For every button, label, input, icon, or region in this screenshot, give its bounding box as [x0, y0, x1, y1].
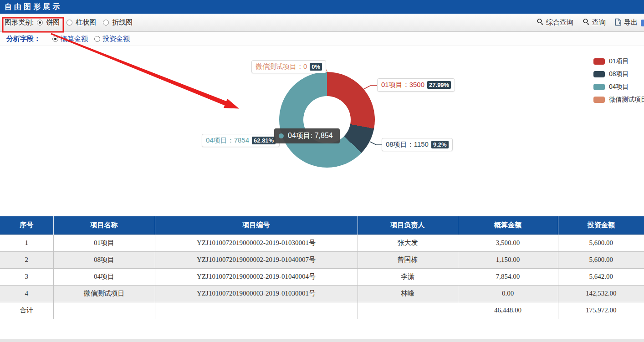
chart-legend: 01项目08项目04项目微信测试项目 [593, 57, 644, 108]
radio-investment-amount[interactable] [94, 36, 100, 42]
pie-label-text: 08项目：1150 [386, 140, 429, 149]
pie-label-project-04: 04项目：7854 62.81% [202, 134, 280, 147]
radio-investment-amount-label[interactable]: 投资金额 [102, 35, 130, 43]
export-label: 导出 [624, 18, 638, 27]
chart-type-group: 图形类别: 饼图 柱状图 折线图 [5, 18, 136, 27]
table-cell: YZJ1010072019000002-2019-01030001号 [155, 235, 358, 251]
tooltip-text: 04项目: 7,854 [288, 131, 333, 141]
pie-chart-area: 微信测试项目：0 0% 01项目：3500 27.99% 08项目：1150 9… [0, 46, 644, 216]
table-cell: 李潇 [358, 268, 458, 285]
table-total-row: 合计46,448.00175,972.00 [0, 302, 644, 319]
legend-label: 微信测试项目 [609, 96, 644, 104]
table-cell: YZJ1010072019000002-2019-01040004号 [155, 268, 358, 285]
legend-swatch [593, 97, 605, 103]
toolbar-actions: 综合查询 查询 导出 [537, 18, 638, 27]
table-cell: 1 [0, 235, 53, 251]
column-header: 概算金额 [458, 216, 558, 235]
legend-label: 04项目 [609, 83, 629, 91]
table-cell: YZJ1010072019000003-2019-01030001号 [155, 285, 358, 302]
pie-label-text: 01项目：3500 [381, 81, 424, 89]
column-header: 序号 [0, 216, 53, 235]
table-cell [358, 302, 458, 319]
table-row: 4微信测试项目YZJ1010072019000003-2019-01030001… [0, 285, 644, 302]
table-cell: 曾国栋 [358, 251, 458, 268]
query-label: 查询 [592, 18, 606, 27]
legend-item[interactable]: 08项目 [593, 70, 644, 78]
table-cell: 46,448.00 [458, 302, 558, 319]
radio-estimate-amount-label[interactable]: 概算金额 [61, 35, 88, 43]
pie-label-project-01: 01项目：3500 27.99% [377, 78, 455, 92]
table-cell: 0.00 [458, 285, 558, 302]
legend-item[interactable]: 微信测试项目 [593, 96, 644, 104]
search-icon [537, 18, 544, 27]
combined-query-button[interactable]: 综合查询 [537, 18, 573, 27]
pie-label-text: 微信测试项目：0 [256, 62, 307, 71]
table-cell: 4 [0, 285, 53, 302]
toolbar: 图形类别: 饼图 柱状图 折线图 综合查询 查询 导出 [0, 14, 644, 32]
tooltip-series-dot [279, 133, 284, 138]
legend-item[interactable]: 01项目 [593, 57, 644, 66]
table-cell: 林峰 [358, 285, 458, 302]
table-body: 101项目YZJ1010072019000002-2019-01030001号张… [0, 235, 644, 319]
combined-query-label: 综合查询 [546, 18, 573, 27]
chart-type-label: 图形类别: [5, 18, 34, 27]
table-row: 304项目YZJ1010072019000002-2019-01040004号李… [0, 268, 644, 285]
table-cell: 01项目 [53, 235, 155, 251]
table-cell: 5,600.00 [558, 251, 644, 268]
radio-bar-chart-label[interactable]: 柱状图 [76, 18, 96, 27]
table-cell: 5,642.00 [558, 268, 644, 285]
table-cell: 3 [0, 268, 53, 285]
legend-label: 08项目 [609, 70, 629, 78]
radio-estimate-amount[interactable] [52, 36, 58, 42]
pie-percent-badge: 27.99% [427, 81, 451, 89]
table-cell [155, 302, 358, 319]
table-cell: YZJ1010072019000002-2019-01040007号 [155, 251, 358, 268]
table-header-row: 序号项目名称项目编号项目负责人概算金额投资金额 [0, 216, 644, 235]
radio-bar-chart[interactable] [66, 20, 72, 26]
table-row: 208项目YZJ1010072019000002-2019-01040007号曾… [0, 251, 644, 268]
horizontal-scrollbar[interactable] [0, 339, 644, 342]
table-cell: 张大发 [358, 235, 458, 251]
pie-label-project-08: 08项目：1150 9.2% [382, 138, 453, 151]
table-cell: 08项目 [53, 251, 155, 268]
legend-swatch [593, 84, 605, 90]
radio-pie-chart[interactable] [37, 20, 43, 26]
export-icon [615, 18, 622, 27]
table-cell: 175,972.00 [558, 302, 644, 319]
page-title: 自由图形展示 [5, 2, 62, 12]
table-cell: 2 [0, 251, 53, 268]
legend-item[interactable]: 04项目 [593, 83, 644, 91]
radio-pie-chart-label[interactable]: 饼图 [46, 18, 60, 27]
table-cell [53, 302, 155, 319]
table-cell: 7,854.00 [458, 268, 558, 285]
data-table: 序号项目名称项目编号项目负责人概算金额投资金额 101项目YZJ10100720… [0, 216, 644, 319]
table-row: 101项目YZJ1010072019000002-2019-01030001号张… [0, 235, 644, 251]
radio-line-chart[interactable] [103, 20, 109, 26]
query-button[interactable]: 查询 [583, 18, 606, 27]
pie-percent-badge: 62.81% [252, 137, 276, 144]
radio-line-chart-label[interactable]: 折线图 [112, 18, 133, 27]
column-header: 投资金额 [558, 216, 644, 235]
legend-swatch [593, 58, 605, 65]
table-cell: 微信测试项目 [53, 285, 155, 302]
table-cell: 1,150.00 [458, 251, 558, 268]
donut-chart[interactable] [279, 72, 375, 168]
analysis-field-label: 分析字段： [6, 35, 41, 43]
export-button[interactable]: 导出 [615, 18, 638, 27]
pie-label-text: 04项目：7854 [206, 136, 249, 145]
clipped-edge-icon[interactable] [641, 20, 644, 26]
legend-swatch [593, 71, 605, 77]
column-header: 项目编号 [155, 216, 358, 235]
app-header-bar: 自由图形展示 [0, 0, 644, 14]
pie-percent-badge: 0% [310, 63, 322, 71]
analysis-field-row: 分析字段： 概算金额 投资金额 [0, 32, 644, 46]
table-cell: 5,600.00 [558, 235, 644, 251]
column-header: 项目名称 [53, 216, 155, 235]
pie-percent-badge: 9.2% [431, 141, 449, 148]
table-cell: 04项目 [53, 268, 155, 285]
table-cell: 合计 [0, 302, 53, 319]
chart-tooltip: 04项目: 7,854 [274, 128, 340, 143]
table-cell: 3,500.00 [458, 235, 558, 251]
search-icon [583, 18, 590, 27]
legend-label: 01项目 [609, 57, 629, 66]
